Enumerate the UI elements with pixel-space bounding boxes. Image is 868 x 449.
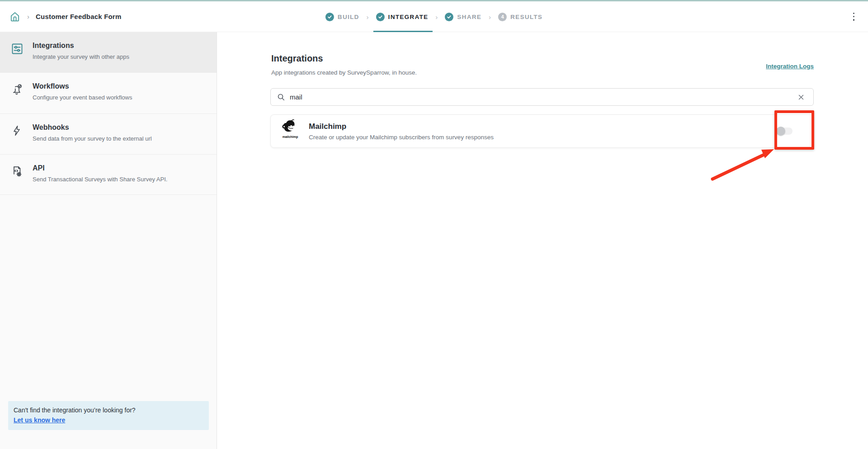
step-integrate[interactable]: INTEGRATE (376, 13, 429, 21)
step-number-circle: 4 (498, 13, 507, 21)
step-share[interactable]: SHARE (445, 13, 481, 21)
step-label: INTEGRATE (388, 14, 429, 20)
chevron-right-icon: › (27, 13, 29, 20)
step-label: BUILD (338, 14, 359, 20)
sidebar-item-integrations[interactable]: Integrations Integrate your survey with … (0, 32, 217, 73)
sidebar: Integrations Integrate your survey with … (0, 32, 217, 449)
step-results[interactable]: 4 RESULTS (498, 13, 542, 21)
toggle-knob (776, 127, 785, 136)
integration-name: Mailchimp (309, 122, 777, 131)
search-icon (277, 93, 285, 101)
sidebar-item-workflows[interactable]: Workflows Configure your event based wor… (0, 73, 217, 113)
mailchimp-logo: mailchimp (281, 119, 300, 143)
step-label: SHARE (457, 14, 481, 20)
breadcrumb: › Customer Feedback Form (0, 11, 121, 23)
chevron-right-icon: › (434, 13, 439, 21)
page-subtitle: App integrations created by SurveySparro… (271, 69, 417, 76)
check-circle-icon (376, 13, 385, 21)
bolt-icon (11, 123, 24, 145)
card-text: Mailchimp Create or update your Mailchim… (309, 122, 777, 141)
sidebar-item-api[interactable]: API Send Transactional Surveys with Shar… (0, 154, 217, 195)
breadcrumb-title[interactable]: Customer Feedback Form (36, 13, 121, 20)
main-content: Integrations App integrations created by… (217, 32, 868, 449)
step-label: RESULTS (510, 14, 542, 20)
annotation-arrow (705, 143, 782, 186)
page-title: Integrations (271, 53, 323, 64)
help-box: Can't find the integration you’re lookin… (8, 401, 209, 430)
check-circle-icon (326, 13, 334, 21)
sidebar-item-title: Workflows (33, 82, 132, 90)
let-us-know-link[interactable]: Let us know here (14, 416, 65, 424)
integration-card-mailchimp[interactable]: mailchimp Mailchimp Create or update you… (270, 114, 814, 148)
search-input[interactable] (290, 93, 791, 101)
sidebar-item-title: Integrations (33, 42, 129, 50)
step-build[interactable]: BUILD (326, 13, 359, 21)
bell-check-icon (11, 82, 24, 104)
sidebar-item-subtitle: Integrate your survey with other apps (33, 53, 129, 61)
integration-logs-link[interactable]: Integration Logs (766, 63, 814, 70)
api-doc-gear-icon (11, 164, 24, 185)
kebab-menu-icon[interactable] (850, 9, 857, 23)
header: › Customer Feedback Form BUILD › INTEGRA… (0, 1, 868, 32)
mailchimp-enable-toggle[interactable] (777, 128, 793, 135)
svg-text:mailchimp: mailchimp (283, 135, 298, 139)
wizard-steps: BUILD › INTEGRATE › SHARE › 4 RESULTS (326, 1, 542, 32)
chevron-right-icon: › (366, 13, 370, 21)
integration-search (270, 88, 814, 106)
help-question: Can't find the integration you’re lookin… (14, 406, 203, 414)
home-icon[interactable] (9, 11, 21, 23)
sidebar-item-title: API (33, 164, 167, 172)
check-circle-icon (445, 13, 453, 21)
sidebar-item-subtitle: Configure your event based workflows (33, 94, 132, 102)
chevron-right-icon: › (488, 13, 492, 21)
sidebar-item-subtitle: Send data from your survey to the extern… (33, 135, 152, 143)
integration-description: Create or update your Mailchimp subscrib… (309, 134, 777, 141)
sidebar-item-webhooks[interactable]: Webhooks Send data from your survey to t… (0, 113, 217, 154)
sliders-icon (11, 42, 24, 64)
sidebar-item-subtitle: Send Transactional Surveys with Share Su… (33, 175, 167, 184)
sidebar-item-title: Webhooks (33, 123, 152, 132)
clear-x-icon[interactable] (795, 91, 807, 103)
